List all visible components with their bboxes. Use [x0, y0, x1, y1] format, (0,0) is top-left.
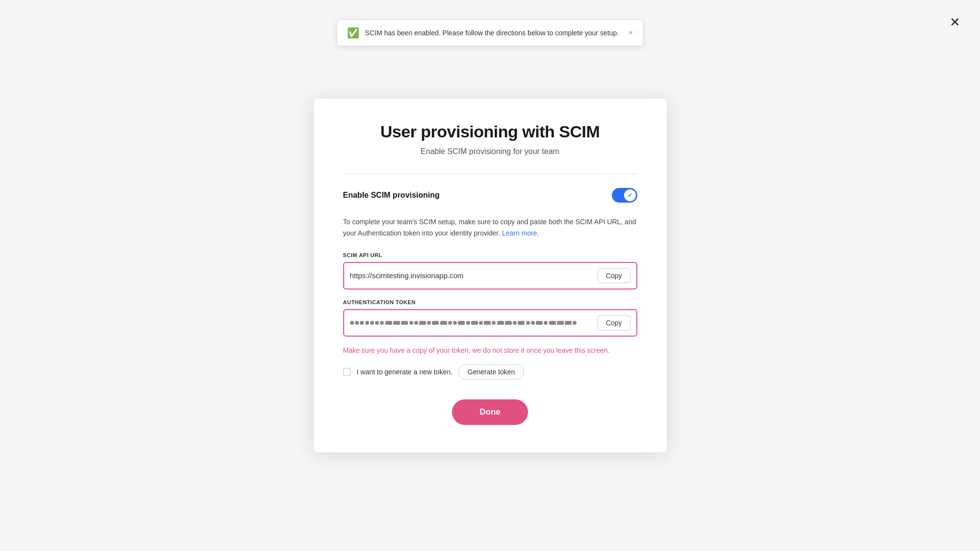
- scim-toggle[interactable]: ✓: [612, 188, 637, 203]
- page-close-button[interactable]: ✕: [950, 16, 960, 28]
- setup-description: To complete your team's SCIM setup, make…: [343, 216, 637, 238]
- dot-group-1: [350, 321, 364, 325]
- generate-token-button[interactable]: Generate token: [458, 364, 525, 380]
- toggle-knob: ✓: [624, 189, 636, 201]
- token-warning: Make sure you have a copy of your token,…: [343, 346, 637, 354]
- done-button-row: Done: [343, 399, 637, 425]
- toggle-check-icon: ✓: [628, 192, 632, 199]
- modal-subtitle: Enable SCIM provisioning for your team: [343, 147, 637, 156]
- toast-message: SCIM has been enabled. Please follow the…: [365, 29, 619, 37]
- scim-api-url-label: SCIM API URL: [343, 252, 637, 258]
- auth-token-copy-button[interactable]: Copy: [598, 315, 630, 330]
- scim-api-url-input-row: Copy: [343, 262, 637, 289]
- auth-token-masked: [350, 321, 598, 325]
- scim-api-url-input[interactable]: [350, 271, 598, 280]
- toggle-label: Enable SCIM provisioning: [343, 191, 440, 200]
- new-token-checkbox[interactable]: [343, 368, 351, 376]
- toast-check-icon: ✅: [347, 27, 359, 39]
- modal-container: User provisioning with SCIM Enable SCIM …: [314, 99, 667, 452]
- toast-close-button[interactable]: ×: [628, 28, 633, 37]
- auth-token-group: Authentication token: [343, 299, 637, 337]
- auth-token-input-row: Copy: [343, 309, 637, 337]
- scim-toggle-row: Enable SCIM provisioning ✓: [343, 188, 637, 203]
- done-button[interactable]: Done: [452, 399, 528, 425]
- toast-notification: ✅ SCIM has been enabled. Please follow t…: [337, 20, 644, 46]
- divider: [343, 174, 637, 174]
- new-token-label: I want to generate a new token.: [357, 368, 452, 376]
- new-token-row: I want to generate a new token. Generate…: [343, 364, 637, 380]
- scim-api-url-copy-button[interactable]: Copy: [598, 268, 630, 283]
- scim-api-url-group: SCIM API URL Copy: [343, 252, 637, 289]
- learn-more-link[interactable]: Learn more.: [502, 229, 539, 237]
- modal-title: User provisioning with SCIM: [343, 122, 637, 141]
- auth-token-label: Authentication token: [343, 299, 637, 305]
